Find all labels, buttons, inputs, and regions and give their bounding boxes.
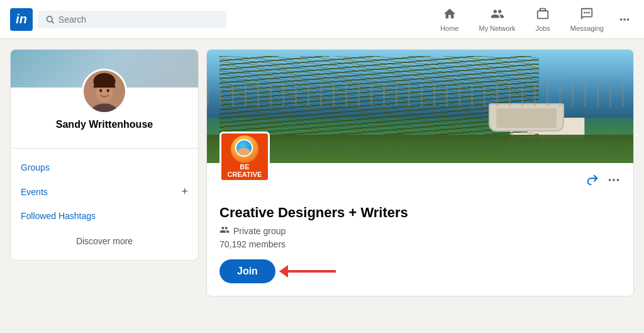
svg-point-2: [584, 11, 586, 13]
events-plus-icon[interactable]: +: [181, 185, 188, 198]
svg-point-13: [617, 179, 619, 181]
sidebar-divider: [11, 148, 198, 149]
navbar-left: in: [10, 8, 431, 31]
group-actions: [586, 173, 621, 191]
navbar: in Home My Network Jobs: [0, 0, 644, 39]
group-privacy: Private group: [233, 226, 286, 236]
navbar-nav: Home My Network Jobs Messaging: [431, 0, 634, 39]
user-name: Sandy Writtenhouse: [56, 119, 153, 130]
messaging-icon: [580, 7, 594, 23]
svg-point-9: [99, 89, 102, 93]
nav-item-home[interactable]: Home: [431, 0, 467, 39]
svg-line-1: [52, 21, 53, 23]
svg-point-0: [47, 16, 52, 22]
nav-item-messaging[interactable]: Messaging: [562, 0, 613, 39]
left-sidebar: Sandy Writtenhouse Groups Events + Follo…: [10, 49, 199, 261]
cover-scene: [207, 50, 633, 163]
discover-more-button[interactable]: Discover more: [76, 236, 133, 246]
join-section: Join: [219, 259, 621, 283]
svg-point-12: [613, 179, 615, 181]
nav-item-my-network[interactable]: My Network: [470, 0, 524, 39]
more-options-button[interactable]: [607, 173, 621, 191]
group-meta: Private group: [219, 225, 621, 237]
group-name: Creative Designers + Writers: [219, 205, 621, 221]
search-input[interactable]: [58, 14, 219, 25]
jobs-icon: [536, 7, 550, 23]
privacy-icon: [219, 225, 230, 237]
profile-info: Sandy Writtenhouse: [11, 69, 198, 140]
logo-be-text: BE: [240, 164, 249, 171]
group-card: BE CREATIVE Creative Designers + Wri: [206, 49, 634, 296]
group-logo: BE CREATIVE: [219, 132, 270, 182]
linkedin-logo-icon[interactable]: in: [10, 8, 33, 31]
arrow-indicator: [286, 270, 336, 273]
svg-point-3: [586, 11, 588, 13]
group-members-count: 70,192 members: [219, 239, 621, 249]
svg-point-10: [107, 89, 109, 93]
arrow-body: [286, 270, 336, 273]
home-icon: [443, 7, 457, 23]
svg-point-11: [609, 179, 611, 181]
my-network-icon: [491, 7, 504, 23]
nav-item-more[interactable]: [615, 0, 634, 39]
share-button[interactable]: [586, 173, 599, 191]
avatar: [82, 69, 127, 114]
sidebar-item-events[interactable]: Events +: [21, 179, 188, 205]
nav-jobs-label: Jobs: [536, 25, 550, 32]
sidebar-item-groups[interactable]: Groups: [21, 156, 188, 179]
main-content: Sandy Writtenhouse Groups Events + Follo…: [0, 39, 644, 307]
search-icon: [45, 14, 55, 25]
avatar-image: [84, 70, 125, 113]
join-button[interactable]: Join: [219, 259, 275, 283]
group-details: Creative Designers + Writers Private gro…: [207, 173, 633, 296]
nav-my-network-label: My Network: [479, 25, 515, 32]
group-cover-image: [207, 50, 633, 163]
sidebar-links: Groups Events + Followed Hashtags: [11, 156, 198, 227]
nav-item-jobs[interactable]: Jobs: [527, 0, 559, 39]
svg-point-4: [589, 11, 591, 13]
search-bar[interactable]: [38, 11, 226, 28]
discover-more-container: Discover more: [11, 230, 198, 252]
nav-home-label: Home: [440, 25, 458, 32]
nav-messaging-label: Messaging: [570, 25, 604, 32]
logo-creative-text: CREATIVE: [228, 171, 262, 178]
logo-action-spacer: BE CREATIVE: [207, 163, 633, 173]
sidebar-item-followed-hashtags[interactable]: Followed Hashtags: [21, 205, 188, 227]
